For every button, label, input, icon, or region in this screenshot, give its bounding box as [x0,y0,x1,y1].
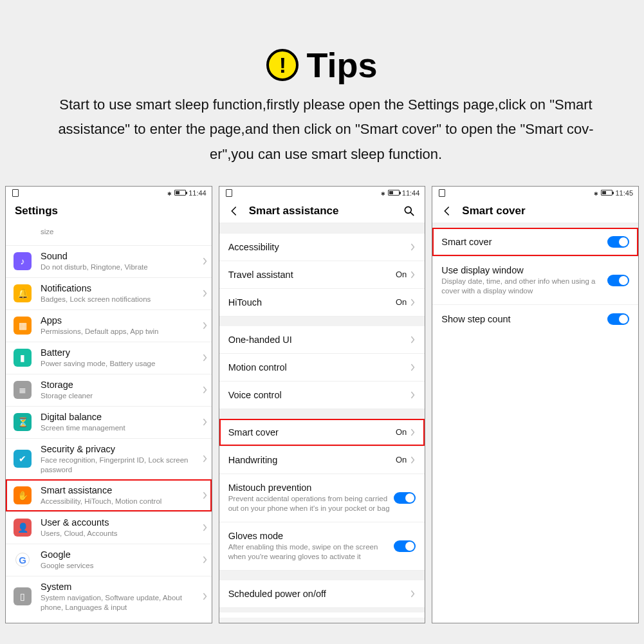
row-sub: Prevent accidental operations from being… [228,494,394,513]
row-sub: System navigation, Software update, Abou… [41,593,199,612]
chevron-right-icon [203,386,208,394]
row-system[interactable]: ▯ System System navigation, Software upd… [6,576,212,617]
sim-icon [12,189,19,197]
system-icon: ▯ [14,587,32,605]
notifications-icon: 🔔 [14,284,32,302]
row-notifications[interactable]: 🔔 Notifications Badges, Lock screen noti… [6,277,212,309]
sim-icon [439,189,445,197]
chevron-right-icon [410,456,416,464]
row-title: Security & privacy [41,443,199,455]
tips-body: Start to use smart sleep function,firstl… [0,93,644,186]
battery-icon [601,190,612,196]
mistouch-prevention-toggle[interactable] [394,492,416,504]
row-title: User & accounts [41,517,199,528]
smart-cover-toggle-switch[interactable] [607,236,629,248]
row-title: Accessibility [228,242,407,252]
svg-point-0 [405,207,412,213]
row-title: Travel assistant [228,270,396,280]
row-title: Gloves mode [228,531,394,541]
row-title: System [41,581,199,593]
row-smart-cover-toggle[interactable]: Smart cover [432,228,638,256]
row-use-display-window[interactable]: Use display window Display date, time, a… [432,256,638,304]
battery-icon [174,190,186,196]
row-hitouch[interactable]: HiTouch On [219,288,425,316]
row-accessibility[interactable]: Accessibility [219,233,425,261]
storage-icon: ≣ [14,381,32,399]
footer-search-hint[interactable]: Looking for other settings? [219,618,425,623]
row-sub: Google services [41,561,199,571]
row-motion-control[interactable]: Motion control [219,353,425,381]
row-voice-control[interactable]: Voice control [219,381,425,409]
row-sub: Storage cleaner [41,391,199,401]
row-sound[interactable]: ♪ Sound Do not disturb, Ringtone, Vibrat… [6,245,212,277]
row-sub: After enabling this mode, swipe on the s… [228,542,394,562]
security-privacy-icon: ✔ [14,450,32,468]
row-apps[interactable]: ▦ Apps Permissions, Default apps, App tw… [6,309,212,342]
statusbar: 11:44 [6,187,212,198]
row-mistouch-prevention[interactable]: Mistouch prevention Prevent accidental o… [219,474,425,522]
chevron-right-icon [410,363,416,371]
bluetooth-icon [167,189,172,197]
row-sub: Users, Cloud, Accounts [41,529,199,538]
row-battery[interactable]: ▮ Battery Power saving mode, Battery usa… [6,342,212,374]
row-title: Motion control [228,362,407,373]
row-title: Notifications [41,282,199,294]
row-title: Use display window [441,265,607,275]
tips-title: Tips [306,45,377,85]
row-title: Sound [41,250,199,262]
smart-assistance-icon: ✋ [14,486,32,504]
chevron-right-icon [410,299,416,306]
screenshot-smart-assistance: 11:44 Smart assistance Accessibility [219,186,426,623]
back-icon[interactable] [228,205,240,217]
row-smart-assistance[interactable]: ✋ Smart assistance Accessibility, HiTouc… [6,479,212,511]
chevron-right-icon [203,354,208,362]
row-gloves-mode[interactable]: Gloves mode After enabling this mode, sw… [219,522,425,570]
digital-balance-icon: ⏳ [14,413,32,431]
row-sub: Display date, time, and other info when … [441,277,607,296]
chevron-right-icon [410,391,416,399]
battery-icon [388,190,400,196]
row-title: Show step count [441,314,607,324]
row-title: Handwriting [228,455,396,465]
row-security-privacy[interactable]: ✔ Security & privacy Face recognition, F… [6,438,212,479]
row-sub: Accessibility, HiTouch, Motion control [41,497,199,506]
row-title: Battery [41,347,199,358]
row-title: Smart cover [441,237,607,247]
gloves-mode-toggle[interactable] [394,540,416,552]
svg-line-1 [411,212,414,215]
row-sub: Power saving mode, Battery usage [41,359,199,369]
row-one-handed-ui[interactable]: One-handed UI [219,326,425,353]
row-title: One-handed UI [228,335,407,345]
row-smart-cover[interactable]: Smart cover On [219,419,425,446]
row-scheduled-power[interactable]: Scheduled power on/off [219,580,425,607]
row-digital-balance[interactable]: ⏳ Digital balance Screen time management [6,406,212,438]
row-sub: Face recognition, Fingerprint ID, Lock s… [41,455,199,475]
search-icon[interactable] [403,205,416,217]
row-display-truncated[interactable]: size › [6,223,212,245]
row-show-step-count[interactable]: Show step count [432,304,638,333]
warning-icon: ! [266,49,299,81]
chevron-right-icon [203,556,208,564]
chevron-right-icon [410,590,416,598]
back-icon[interactable] [441,205,453,217]
row-title: Smart cover [228,427,396,437]
row-sub: Permissions, Default apps, App twin [41,327,199,336]
use-display-window-switch[interactable] [607,275,629,286]
row-storage[interactable]: ≣ Storage Storage cleaner [6,374,212,406]
statusbar: 11:45 [432,187,638,198]
screenshot-settings: 11:44 Settings size › ♪ Sound Do not [5,186,212,623]
row-title: Storage [41,379,199,391]
row-title: Mistouch prevention [228,483,394,493]
show-step-count-switch[interactable] [607,313,629,325]
row-travel-assistant[interactable]: Travel assistant On [219,261,425,288]
row-google[interactable]: G Google Google services [6,544,212,576]
bluetooth-icon [594,189,598,197]
chevron-right-icon [410,336,416,344]
chevron-right-icon [203,455,208,463]
row-user-accounts[interactable]: 👤 User & accounts Users, Cloud, Accounts [6,511,212,544]
row-sub: Badges, Lock screen notifications [41,295,199,304]
row-handwriting[interactable]: Handwriting On [219,446,425,474]
row-title: Scheduled power on/off [228,589,407,599]
row-value: On [396,297,407,307]
chevron-right-icon [410,428,416,436]
